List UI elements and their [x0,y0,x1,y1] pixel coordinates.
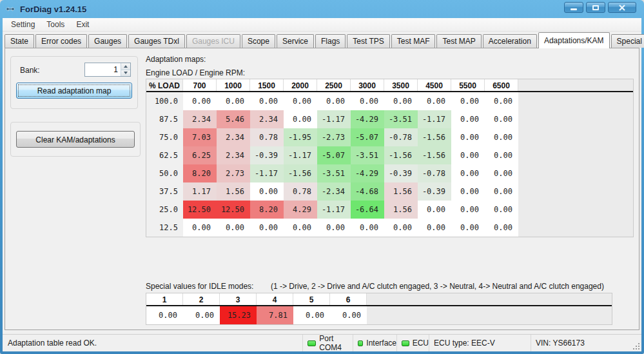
grid-cell: 0.00 [485,110,518,128]
tab-flags[interactable]: Flags [315,34,346,48]
tab-service[interactable]: Service [277,34,314,48]
grid-column-header-6500: 6500 [485,79,518,91]
grid-cell: 0.00 [384,92,418,110]
tab-test-maf[interactable]: Test MAF [391,34,436,48]
grid-cell: -1.17 [250,164,284,182]
status-bar: Adaptation table read OK. Port COM4Inter… [3,334,641,351]
grid-cell: 0.00 [451,146,485,164]
tab-adaptations-kam[interactable]: Adaptations/KAM [538,32,610,48]
spinner-buttons [121,63,130,76]
chevron-up-icon [124,65,128,68]
maximize-button[interactable] [586,2,605,13]
grid-cell: 0.00 [451,110,485,128]
spinner-down-button[interactable] [121,70,130,77]
grid-row-filler [518,128,633,146]
idle-column-header-4: 4 [257,293,293,305]
menu-item-tools[interactable]: Tools [41,19,70,30]
grid-cell: 0.00 [250,92,284,110]
grid-row-header: 50.0 [146,164,183,182]
grid-cell: -3.51 [384,110,418,128]
window-title: ForDiag v1.24.15 [20,5,86,14]
read-adaptation-map-button[interactable]: Read adaptation map [16,83,132,99]
grid-cell: 0.00 [317,219,351,237]
app-window: ForDiag v1.24.15 SettingToolsExit StateE… [0,0,644,354]
grid-cell: 0.00 [284,219,317,237]
grid-cell: -2.73 [317,128,351,146]
grid-cell: 0.00 [451,219,485,237]
tab-error-codes[interactable]: Error codes [35,34,87,48]
grid-cell: 2.34 [250,110,284,128]
grid-cell: -0.78 [384,128,418,146]
clear-groupbox: Clear KAM/adaptations [10,122,141,157]
grid-cell: -6.64 [351,201,384,219]
resize-grip[interactable] [638,348,639,349]
status-vin: VIN: YS66173 [531,335,641,351]
idle-column-header-5: 5 [293,293,330,305]
spinner-up-button[interactable] [121,63,130,70]
grid-cell: 0.00 [451,92,485,110]
grid-cell: 0.00 [485,219,518,237]
menu-item-setting[interactable]: Setting [5,19,41,30]
grid-cell: 1.56 [217,182,250,201]
grid-row-filler [518,110,633,128]
grid-row-filler [518,201,633,219]
minimize-icon [571,8,577,10]
grid-row-header: 25.0 [146,201,183,219]
grid-corner-header: % LOAD [146,79,183,91]
tab-special[interactable]: Special [611,34,644,48]
grid-cell: -4.68 [351,182,384,201]
tab-test-map[interactable]: Test MAP [436,34,481,48]
status-ecu-type: ECU type: EEC-V [429,335,531,351]
grid-caption-label: Engine LOAD / Engine RPM: [146,68,245,77]
grid-row-filler [518,92,633,110]
clear-kam-button[interactable]: Clear KAM/adaptations [16,131,135,148]
grid-cell: -5.07 [317,146,351,164]
grid-row-header: 75.0 [146,128,183,146]
grid-cell: -1.56 [384,146,418,164]
grid-cell: -0.39 [250,146,284,164]
grid-cell: -2.34 [317,182,351,201]
grid-cell: 0.00 [284,92,317,110]
chevron-down-icon [124,72,128,74]
grid-column-header-3000: 3000 [351,79,384,91]
grid-cell: -5.07 [351,128,384,146]
bank-label: Bank: [20,66,40,75]
grid-cell: 0.00 [485,146,518,164]
grid-row-load-25.0: 25.012.5012.508.204.29-1.17-6.641.560.00… [146,201,633,219]
grid-row-header: 12.5 [146,219,183,237]
grid-cell: 0.78 [284,182,317,201]
menu-item-exit[interactable]: Exit [70,19,95,30]
title-bar[interactable]: ForDiag v1.24.15 [0,0,644,18]
minimize-button[interactable] [564,2,583,13]
grid-cell: 0.00 [451,201,485,219]
idle-column-header-3: 3 [220,293,257,305]
grid-column-header-2500: 2500 [317,79,351,91]
grid-cell: 0.00 [384,219,418,237]
tab-scope[interactable]: Scope [242,34,275,48]
tab-state[interactable]: State [5,34,34,48]
bank-spinner[interactable]: 1 [84,63,131,77]
tab-acceleration[interactable]: Acceleration [483,34,537,48]
bank-value: 1 [85,63,121,76]
status-indicator-port-com4: Port COM4 [302,335,353,351]
tab-gauges-icu[interactable]: Gauges ICU [186,34,240,48]
grid-row-load-75.0: 75.07.032.340.78-1.95-2.73-5.07-0.78-1.5… [146,128,633,146]
menu-bar: SettingToolsExit [3,18,641,32]
grid-cell: -4.29 [351,164,384,182]
status-message: Adaptation table read OK. [3,339,302,348]
close-button[interactable] [608,2,636,13]
tab-test-tps[interactable]: Test TPS [347,34,389,48]
grid-cell: -1.17 [317,201,351,219]
grid-cell: 0.00 [451,128,485,146]
status-indicators: Port COM4InterfaceECU [302,335,429,351]
tab-gauges[interactable]: Gauges [88,34,127,48]
tab-gauges-tdxl[interactable]: Gauges TDxl [128,34,185,48]
grid-cell: 12.50 [183,201,217,219]
grid-row-filler [518,146,633,164]
grid-cell: -1.56 [418,128,451,146]
grid-row-load-12.5: 12.50.000.000.000.000.000.000.000.000.00… [146,219,633,237]
grid-cell: -1.17 [418,110,451,128]
idle-row-filler [367,306,612,324]
grid-cell: 12.50 [217,201,250,219]
idle-grid: 1234560.000.0015.237.810.000.00 [146,293,612,325]
